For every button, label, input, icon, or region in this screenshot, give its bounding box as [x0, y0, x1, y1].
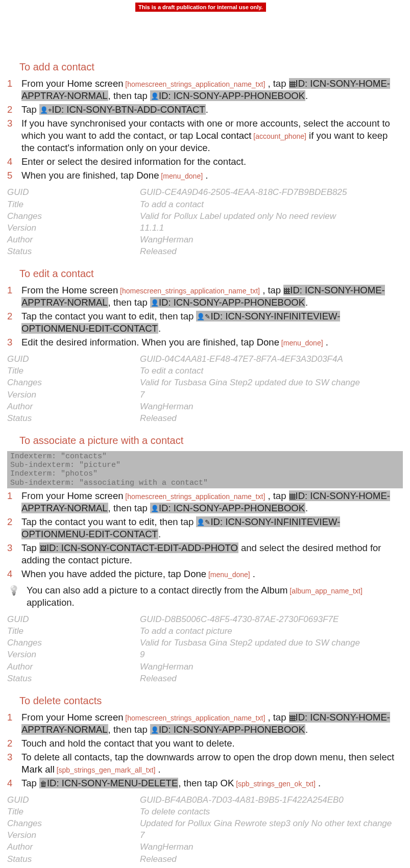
step: Edit the desired information. When you a… — [7, 336, 403, 349]
metadata-picture: GUIDGUID-D8B5006C-48F5-4730-87AE-2730F06… — [7, 614, 403, 685]
index-terms-block: Indexterm: "contacts" Sub-indexterm: "pi… — [7, 451, 403, 488]
page-body: To add a contact From your Home screen [… — [5, 12, 405, 865]
heading-delete-contacts: To delete contacts — [19, 694, 403, 707]
step: Tap 👤+ID: ICN-SONY-BTN-ADD-CONTACT. — [7, 104, 403, 116]
step: From your Home screen [homescreen_string… — [7, 78, 403, 102]
step: When you have added the picture, tap Don… — [7, 568, 403, 580]
phonebook-icon: 👤 — [151, 299, 159, 307]
tip-text: You can also add a picture to a contact … — [27, 584, 403, 609]
steps-add-contact: From your Home screen [homescreen_string… — [7, 78, 403, 182]
steps-delete-contacts: From your Home screen [homescreen_string… — [7, 711, 403, 789]
step: Touch and hold the contact that you want… — [7, 737, 403, 750]
add-photo-icon: 🖼 — [40, 544, 46, 552]
step: Tap 🗑ID: ICN-SONY-MENU-DELETE, then tap … — [7, 777, 403, 789]
heading-add-contact: To add a contact — [19, 60, 403, 73]
delete-icon: 🗑 — [40, 780, 47, 788]
heading-edit-contact: To edit a contact — [19, 267, 403, 280]
step: From the Home screen [homescreen_strings… — [7, 284, 403, 309]
step: Enter or select the desired information … — [7, 156, 403, 168]
apptray-icon — [290, 715, 296, 721]
step: Tap 🖼ID: ICN-SONY-CONTACT-EDIT-ADD-PHOTO… — [7, 542, 403, 566]
tip-row: 💡 You can also add a picture to a contac… — [8, 584, 403, 609]
step: If you have synchronised your contacts w… — [7, 117, 403, 154]
steps-edit-contact: From the Home screen [homescreen_strings… — [7, 284, 403, 349]
tip-bulb-icon: 💡 — [8, 585, 19, 597]
step: From your Home screen [homescreen_string… — [7, 711, 403, 736]
metadata-add: GUIDGUID-CE4A9D46-2505-4EAA-818C-FD7B9BD… — [7, 187, 403, 258]
edit-contact-icon: 👤✎ — [197, 313, 210, 320]
step: To delete all contacts, tap the downward… — [7, 751, 403, 776]
steps-associate-picture: From your Home screen [homescreen_string… — [7, 490, 403, 580]
edit-contact-icon: 👤✎ — [197, 518, 210, 526]
add-contact-icon: 👤+ — [40, 106, 52, 114]
draft-banner: This is a draft publication for internal… — [135, 3, 266, 12]
heading-associate-picture: To associate a picture with a contact — [19, 434, 403, 447]
apptray-icon — [290, 493, 296, 500]
step: When you are finished, tap Done [menu_do… — [7, 169, 403, 182]
phonebook-icon: 👤 — [151, 504, 159, 512]
phonebook-icon: 👤 — [151, 726, 159, 733]
step: Tap the contact you want to edit, then t… — [7, 516, 403, 540]
phonebook-icon: 👤 — [151, 92, 159, 100]
step: Tap the contact you want to edit, then t… — [7, 310, 403, 335]
metadata-edit: GUIDGUID-04C4AA81-EF48-47E7-8F7A-4EF3A3D… — [7, 354, 403, 425]
step: From your Home screen [homescreen_string… — [7, 490, 403, 514]
apptray-icon — [284, 288, 290, 294]
apptray-icon — [290, 81, 296, 87]
metadata-delete: GUIDGUID-BF4AB0BA-7D03-4A81-B9B5-1F422A2… — [7, 795, 403, 865]
